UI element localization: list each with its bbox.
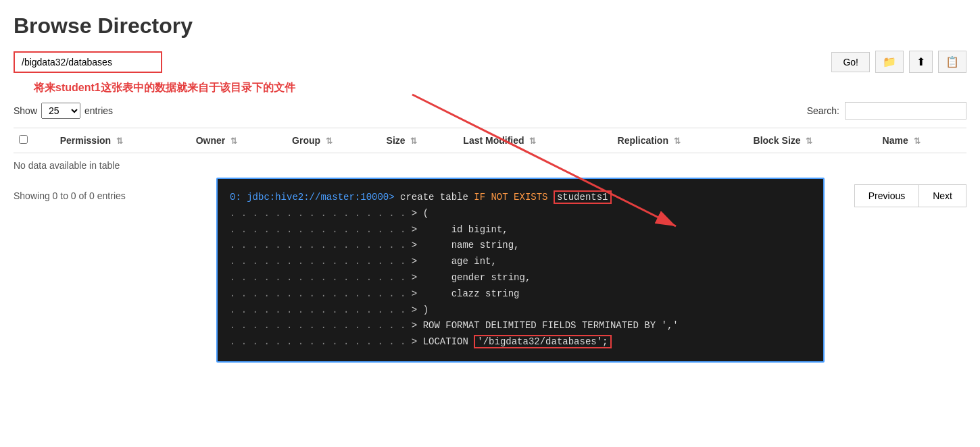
- terminal-cmd-create: create table: [400, 192, 474, 203]
- show-entries: Show 25 10 50 100 entries: [14, 103, 113, 119]
- col-owner[interactable]: Owner ⇅: [191, 128, 287, 153]
- terminal-line-5: . . . . . . . . . . . . . . . . > age in…: [230, 254, 811, 270]
- terminal-prompt: 0: jdbc:hive2://master:10000>: [230, 192, 395, 203]
- col-name[interactable]: Name ⇅: [877, 128, 966, 153]
- terminal-line-6: . . . . . . . . . . . . . . . . > gender…: [230, 270, 811, 286]
- sort-name-icon: ⇅: [914, 136, 921, 146]
- terminal-line-10: . . . . . . . . . . . . . . . . > LOCATI…: [230, 334, 811, 350]
- terminal-location-value: '/bigdata32/databases';: [474, 335, 611, 348]
- table-header-row: Permission ⇅ Owner ⇅ Group ⇅ Size ⇅ Last…: [14, 128, 966, 153]
- col-permission[interactable]: Permission ⇅: [55, 128, 191, 153]
- upload-button[interactable]: ⬆: [909, 51, 933, 73]
- sort-blocksize-icon: ⇅: [806, 136, 812, 146]
- terminal-line-1: 0: jdbc:hive2://master:10000> create tab…: [230, 190, 811, 206]
- terminal-line-8: . . . . . . . . . . . . . . . . > ): [230, 303, 811, 319]
- search-row: Search:: [807, 102, 966, 120]
- show-label: Show: [14, 105, 37, 116]
- controls-row: Show 25 10 50 100 entries Search:: [14, 102, 966, 120]
- col-replication[interactable]: Replication ⇅: [612, 128, 748, 153]
- sort-lastmod-icon: ⇅: [529, 136, 536, 146]
- terminal-kw-if: IF NOT EXISTS: [474, 192, 547, 203]
- search-label: Search:: [807, 105, 839, 116]
- showing-text: Showing 0 to 0 of 0 entries: [14, 190, 126, 201]
- terminal-line-3: . . . . . . . . . . . . . . . . > id big…: [230, 222, 811, 238]
- upload-icon: ⬆: [916, 56, 925, 68]
- search-input[interactable]: [845, 102, 966, 120]
- list-button[interactable]: 📋: [938, 51, 966, 73]
- annotation-text: 将来student1这张表中的数据就来自于该目录下的文件: [34, 81, 966, 95]
- no-data-cell: No data available in table: [14, 153, 966, 178]
- folder-button[interactable]: 📁: [875, 51, 904, 73]
- col-last-modified[interactable]: Last Modified ⇅: [458, 128, 612, 153]
- sort-replication-icon: ⇅: [674, 136, 681, 146]
- entries-select[interactable]: 25 10 50 100: [41, 103, 80, 119]
- sort-owner-icon: ⇅: [230, 136, 237, 146]
- file-table: Permission ⇅ Owner ⇅ Group ⇅ Size ⇅ Last…: [14, 128, 966, 178]
- folder-icon: 📁: [883, 56, 896, 68]
- col-size[interactable]: Size ⇅: [381, 128, 458, 153]
- terminal-line-2: . . . . . . . . . . . . . . . . > (: [230, 206, 811, 222]
- sort-permission-icon: ⇅: [116, 136, 123, 146]
- main-content: Browse Directory Go! 📁 ⬆ 📋 将来student1这张表…: [14, 14, 966, 447]
- col-group[interactable]: Group ⇅: [287, 128, 381, 153]
- next-button[interactable]: Next: [918, 184, 966, 207]
- entries-label: entries: [84, 105, 113, 116]
- previous-button[interactable]: Previous: [854, 184, 918, 207]
- col-checkbox[interactable]: [14, 128, 55, 153]
- pagination: Previous Next: [854, 184, 966, 207]
- page-title: Browse Directory: [14, 14, 966, 38]
- sort-group-icon: ⇅: [326, 136, 333, 146]
- terminal-block: 0: jdbc:hive2://master:10000> create tab…: [216, 178, 825, 363]
- terminal-table-name: students1: [554, 190, 612, 204]
- select-all-checkbox[interactable]: [19, 135, 28, 144]
- terminal-line-4: . . . . . . . . . . . . . . . . > name s…: [230, 238, 811, 254]
- path-input[interactable]: [14, 51, 162, 73]
- terminal-container: 0: jdbc:hive2://master:10000> create tab…: [216, 178, 825, 363]
- list-icon: 📋: [946, 56, 959, 68]
- no-data-row: No data available in table: [14, 153, 966, 178]
- go-button[interactable]: Go!: [831, 52, 870, 72]
- terminal-line-9: . . . . . . . . . . . . . . . . > ROW FO…: [230, 318, 811, 334]
- terminal-line-7: . . . . . . . . . . . . . . . . > clazz …: [230, 286, 811, 303]
- sort-size-icon: ⇅: [410, 136, 417, 146]
- path-row: Go! 📁 ⬆ 📋: [14, 51, 966, 73]
- col-block-size[interactable]: Block Size ⇅: [748, 128, 877, 153]
